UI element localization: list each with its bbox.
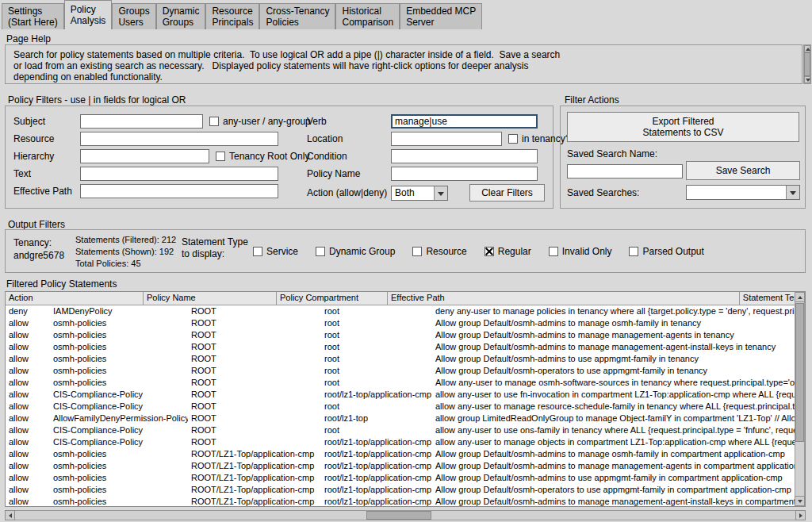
table-row[interactable]: allow osmh-policies ROOT root Allow grou… — [6, 341, 796, 353]
cell-action: allow — [6, 365, 50, 377]
table-row[interactable]: deny IAMDenyPolicy ROOT root deny any-us… — [6, 305, 796, 317]
notebook-tab[interactable]: Groups Users — [112, 3, 155, 29]
cell-statement-text: allow any-user to use fn-invocation in c… — [432, 389, 796, 401]
hierarchy-input[interactable] — [80, 149, 209, 163]
table-row[interactable]: allow osmh-policies ROOT root Allow grou… — [6, 317, 796, 329]
chevron-down-icon[interactable] — [786, 186, 799, 199]
cell-action: allow — [6, 424, 50, 436]
scroll-down-icon[interactable] — [804, 76, 810, 83]
cell-statement-text: allow any-user to use ons-family in tena… — [432, 424, 796, 436]
cell-statement-text: allow any-user to manage resource-schedu… — [432, 401, 796, 413]
table-vertical-scrollbar[interactable] — [795, 292, 805, 506]
scrollbar-thumb[interactable] — [366, 511, 431, 520]
table-row[interactable]: allow osmh-policies ROOT root Allow any-… — [6, 377, 796, 389]
export-csv-button[interactable]: Export Filtered Statements to CSV — [567, 112, 799, 142]
filtered-statements-label: Filtered Policy Statements — [6, 278, 117, 290]
table-row[interactable]: allow osmh-policies ROOT root Allow grou… — [6, 353, 796, 365]
action-combobox[interactable]: Both — [391, 186, 448, 201]
page-help-scrollbar[interactable] — [803, 44, 811, 84]
notebook-tab[interactable]: Settings (Start Here) — [2, 3, 64, 29]
notebook-tab[interactable]: Cross-Tenancy Policies — [259, 3, 335, 29]
tab-label-line2: (Start Here) — [8, 17, 58, 28]
statement-type-checkbox-label: Invalid Only — [562, 246, 612, 257]
tab-label-line1: Cross-Tenancy — [266, 6, 329, 17]
cell-action: allow — [6, 460, 50, 472]
table-row[interactable]: allow osmh-policies ROOT/LZ1-Top/applica… — [6, 472, 796, 484]
tenancy-value: andgre5678 — [13, 249, 64, 262]
table-row[interactable]: allow osmh-policies ROOT/LZ1-Top/applica… — [6, 460, 796, 472]
subject-input[interactable] — [80, 114, 203, 129]
table-row[interactable]: allow osmh-policies ROOT/LZ1-Top/applica… — [6, 448, 796, 460]
tenancy-root-only-label: Tenancy Root Only — [229, 151, 309, 162]
statement-type-checkbox[interactable] — [253, 247, 262, 256]
saved-searches-combobox[interactable] — [686, 185, 800, 200]
scrollbar-thumb[interactable] — [804, 52, 810, 76]
any-user-checkbox[interactable] — [209, 117, 219, 126]
cell-effective-path: root/lz1-top/application-cmp — [321, 448, 432, 460]
effective-path-input[interactable] — [80, 184, 278, 198]
cell-action: allow — [6, 472, 50, 484]
location-input[interactable] — [391, 132, 502, 146]
notebook-tab[interactable]: Historical Comparison — [335, 3, 400, 29]
table-row[interactable]: allow osmh-policies ROOT/LZ1-Top/applica… — [6, 484, 796, 496]
scroll-up-icon[interactable] — [804, 45, 810, 52]
table-row[interactable]: allow CIS-Compliance-Policy ROOT root/lz… — [6, 389, 796, 401]
notebook-tab[interactable]: Dynamic Groups — [156, 3, 206, 29]
table-horizontal-scrollbar[interactable] — [5, 510, 806, 520]
cell-policy-compartment: ROOT — [188, 401, 321, 413]
cell-effective-path: root/lz1-top/application-cmp — [321, 484, 432, 496]
cell-policy-compartment: ROOT — [188, 305, 321, 317]
cell-effective-path: root — [321, 341, 432, 353]
cell-policy-name: IAMDenyPolicy — [50, 305, 188, 317]
table-row[interactable]: allow osmh-policies ROOT root Allow grou… — [6, 365, 796, 377]
column-header[interactable]: Policy Compartment — [277, 292, 388, 305]
condition-input[interactable] — [391, 149, 538, 163]
text-input[interactable] — [80, 167, 278, 181]
tenancy-block: Tenancy: andgre5678 — [13, 236, 64, 262]
notebook-tab[interactable]: Policy Analysis — [64, 0, 113, 29]
cell-policy-name: CIS-Compliance-Policy — [50, 389, 188, 401]
table-row[interactable]: allow CIS-Compliance-Policy ROOT root/lz… — [6, 436, 796, 448]
cell-action: allow — [6, 329, 50, 341]
statement-type-checkbox[interactable] — [549, 247, 558, 256]
notebook-tab[interactable]: Resource Principals — [205, 3, 259, 29]
clear-filters-button[interactable]: Clear Filters — [469, 184, 545, 202]
statement-type-checkbox[interactable] — [485, 247, 494, 256]
column-header[interactable]: Effective Path — [388, 292, 740, 305]
in-tenancy-checkbox[interactable] — [508, 134, 518, 144]
output-filters-frame: Tenancy: andgre5678 Statements (Filtered… — [5, 229, 806, 273]
scroll-down-icon[interactable] — [795, 496, 805, 506]
table-row[interactable]: allow CIS-Compliance-Policy ROOT root al… — [6, 424, 796, 436]
verb-input[interactable] — [391, 114, 538, 129]
resource-input[interactable] — [80, 132, 278, 146]
table-row[interactable]: allow osmh-policies ROOT/LZ1-Top/applica… — [6, 496, 796, 507]
scrollbar-thumb[interactable] — [795, 303, 804, 442]
statement-type-checkbox[interactable] — [316, 247, 325, 256]
scroll-right-icon[interactable] — [795, 510, 806, 520]
table-row[interactable]: allow CIS-Compliance-Policy ROOT root al… — [6, 401, 796, 413]
scroll-left-icon[interactable] — [5, 510, 15, 520]
statement-type-checkbox-label: Resource — [426, 246, 466, 257]
tab-label-line1: Historical — [342, 6, 393, 17]
any-user-checkbox-label: any-user / any-group — [223, 116, 311, 127]
tab-label-line1: Settings — [8, 6, 58, 17]
cell-effective-path: root/lz1-top/application-cmp — [321, 472, 432, 484]
table-row[interactable]: allow osmh-policies ROOT root Allow grou… — [6, 329, 796, 341]
table-row[interactable]: allow AllowFamilyDenyPermission-Policy R… — [6, 413, 796, 424]
cell-policy-name: osmh-policies — [50, 377, 188, 389]
cell-statement-text: Allow group Default/osmh-admins to manag… — [432, 341, 796, 353]
statement-type-checkbox-label: Parsed Output — [642, 246, 703, 257]
statement-type-checkbox[interactable] — [412, 247, 422, 256]
column-header[interactable]: Action — [6, 292, 144, 305]
cell-policy-name: osmh-policies — [50, 484, 188, 496]
column-header[interactable]: Policy Name — [144, 292, 277, 305]
chevron-down-icon[interactable] — [434, 186, 447, 200]
scroll-up-icon[interactable] — [795, 292, 805, 302]
statements-table: Action Policy Name Policy Compartment Ef… — [5, 291, 806, 507]
tenancy-root-only-checkbox[interactable] — [216, 152, 225, 161]
statement-type-checkbox[interactable] — [629, 247, 638, 256]
notebook-tab[interactable]: Embedded MCP Server — [400, 3, 482, 29]
save-search-button[interactable]: Save Search — [686, 161, 800, 180]
policy-name-input[interactable] — [391, 167, 538, 181]
saved-search-name-input[interactable] — [567, 164, 683, 178]
